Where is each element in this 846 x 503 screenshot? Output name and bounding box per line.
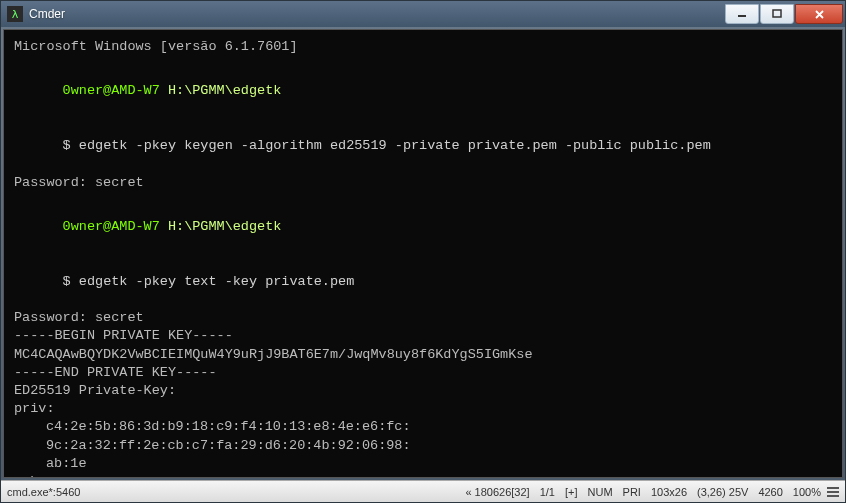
status-mem: 4260 xyxy=(758,486,782,498)
prompt-line: 0wner@AMD-W7 H:\PGMM\edgetk xyxy=(14,200,832,255)
status-position: 1/1 xyxy=(540,486,555,498)
close-button[interactable] xyxy=(795,4,843,24)
app-window: λ Cmder Microsoft Windows [versão 6.1.76… xyxy=(0,0,846,503)
window-title: Cmder xyxy=(29,7,724,21)
status-plus[interactable]: [+] xyxy=(565,486,578,498)
priv-line: 9c:2a:32:ff:2e:cb:c7:fa:29:d6:20:4b:92:0… xyxy=(14,437,832,455)
output-line: Password: secret xyxy=(14,174,832,192)
status-cursor: (3,26) 25V xyxy=(697,486,748,498)
prompt-symbol: $ xyxy=(63,138,71,153)
command-text: edgetk -pkey keygen -algorithm ed25519 -… xyxy=(79,138,711,153)
command-text: edgetk -pkey text -key private.pem xyxy=(79,274,354,289)
output-line: priv: xyxy=(14,400,832,418)
prompt-user: 0wner@AMD-W7 xyxy=(63,219,160,234)
maximize-button[interactable] xyxy=(760,4,794,24)
prompt-symbol: $ xyxy=(63,274,71,289)
status-size: 103x26 xyxy=(651,486,687,498)
minimize-button[interactable] xyxy=(725,4,759,24)
output-line: ED25519 Private-Key: xyxy=(14,382,832,400)
output-line: MC4CAQAwBQYDK2VwBCIEIMQuW4Y9uRjJ9BAT6E7m… xyxy=(14,346,832,364)
command-line: $ edgetk -pkey keygen -algorithm ed25519… xyxy=(14,119,832,174)
priv-line: c4:2e:5b:86:3d:b9:18:c9:f4:10:13:e8:4e:e… xyxy=(14,418,832,436)
banner-line: Microsoft Windows [versão 6.1.7601] xyxy=(14,38,832,56)
menu-icon[interactable] xyxy=(827,487,839,497)
prompt-path: H:\PGMM\edgetk xyxy=(168,219,281,234)
status-encoding: « 180626[32] xyxy=(465,486,529,498)
output-line: -----END PRIVATE KEY----- xyxy=(14,364,832,382)
status-bar: cmd.exe*:5460 « 180626[32] 1/1 [+] NUM P… xyxy=(1,480,845,502)
output-line: -----BEGIN PRIVATE KEY----- xyxy=(14,327,832,345)
window-controls xyxy=(724,4,843,24)
prompt-user: 0wner@AMD-W7 xyxy=(63,83,160,98)
app-icon: λ xyxy=(7,6,23,22)
command-line: $ edgetk -pkey text -key private.pem xyxy=(14,254,832,309)
status-process[interactable]: cmd.exe*:5460 xyxy=(7,486,80,498)
svg-rect-0 xyxy=(738,15,746,17)
priv-line: ab:1e xyxy=(14,455,832,473)
svg-rect-1 xyxy=(773,10,781,17)
titlebar[interactable]: λ Cmder xyxy=(1,1,845,27)
terminal[interactable]: Microsoft Windows [versão 6.1.7601] 0wne… xyxy=(3,29,843,478)
status-percent: 100% xyxy=(793,486,821,498)
pub-label: pub: xyxy=(14,473,832,478)
output-line: Password: secret xyxy=(14,309,832,327)
prompt-line: 0wner@AMD-W7 H:\PGMM\edgetk xyxy=(14,64,832,119)
status-pri: PRI xyxy=(623,486,641,498)
prompt-path: H:\PGMM\edgetk xyxy=(168,83,281,98)
status-num: NUM xyxy=(588,486,613,498)
